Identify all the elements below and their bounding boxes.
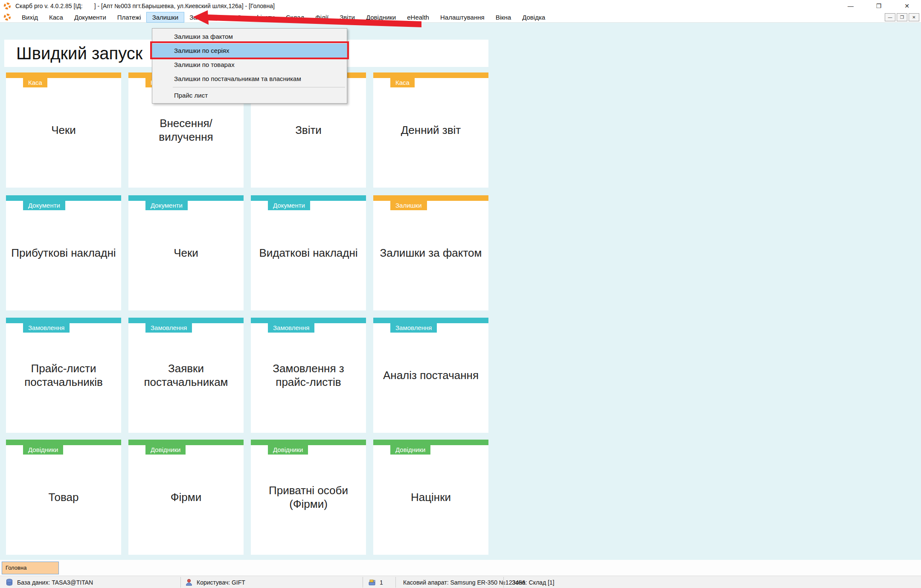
close-button[interactable]: ✕ <box>893 0 921 12</box>
mdi-window-controls: — ❐ ✕ <box>885 13 919 21</box>
status-divider <box>180 577 181 588</box>
menu-item-dovidka[interactable]: Довідка <box>517 12 551 22</box>
tile-natsinky[interactable]: Довідники Націнки <box>373 440 488 555</box>
status-zone-segment: Зона: Склад [1] <box>512 576 555 588</box>
tile-label: Аналіз постачання <box>373 318 488 433</box>
status-database-text: База даних: TASA3@TITAN <box>17 579 93 586</box>
minimize-button[interactable]: — <box>837 0 865 12</box>
tile-pryvatni-osoby[interactable]: Довідники Приватні особи (Фірми) <box>251 440 366 555</box>
tile-label: Прибуткові накладні <box>6 195 121 310</box>
tab-holovna[interactable]: Головна <box>2 562 59 574</box>
menu-item-vykhid[interactable]: Вихід <box>16 12 44 22</box>
mdi-restore-button[interactable]: ❐ <box>897 13 907 21</box>
status-cash-register-text: Касовий апарат: Samsung ER-350 №123456 <box>403 579 526 586</box>
menu-item-ehealth[interactable]: eHealth <box>401 12 435 22</box>
tile-analiz-postachannia[interactable]: Замовлення Аналіз постачання <box>373 318 488 433</box>
menu-item-sklad[interactable]: Склад <box>280 12 310 22</box>
menu-item-vikna[interactable]: Вікна <box>490 12 517 22</box>
app-logo-icon-small <box>3 13 11 21</box>
zalyshky-dropdown-menu: Залишки за фактом Залишки по серіях Зали… <box>152 28 347 104</box>
status-cash-register-segment: Касовий апарат: Samsung ER-350 №123456 <box>403 576 526 588</box>
menu-item-nalashtuvannia[interactable]: Налаштування <box>435 12 490 22</box>
menu-item-platezhi[interactable]: Платежі <box>112 12 147 22</box>
tile-label: Денний звіт <box>373 72 488 188</box>
tile-label: Заявки постачальникам <box>128 318 244 433</box>
tile-label: Видаткові накладні <box>251 195 366 310</box>
tile-label: Фірми <box>128 440 244 555</box>
dropdown-item-zalyshky-po-tovarakh[interactable]: Залишки по товарах <box>152 58 347 72</box>
status-zone-text: Зона: Склад [1] <box>512 579 555 586</box>
tile-label: Товар <box>6 440 121 555</box>
window-controls: — ❐ ✕ <box>837 0 921 12</box>
tile-vydatkovi-nakladni[interactable]: Документи Видаткові накладні <box>251 195 366 310</box>
tile-label: Залишки за фактом <box>373 195 488 310</box>
menu-item-dovidnyky[interactable]: Довідники <box>360 12 401 22</box>
menu-item-filii[interactable]: Філії <box>310 12 334 22</box>
user-icon <box>185 578 193 587</box>
menu-bar: Вихід Каса Документи Платежі Залишки Зам… <box>0 12 921 23</box>
status-user-text: Користувач: GIFT <box>197 579 245 586</box>
tile-cheky-dokumenty[interactable]: Документи Чеки <box>128 195 244 310</box>
tile-label: Чеки <box>6 72 121 188</box>
app-logo-icon <box>3 2 11 10</box>
tile-firmy[interactable]: Довідники Фірми <box>128 440 244 555</box>
cash-register-icon <box>368 578 376 587</box>
status-divider <box>503 577 504 588</box>
dropdown-separator <box>152 86 347 88</box>
tile-prybutkovi-nakladni[interactable]: Документи Прибуткові накладні <box>6 195 121 310</box>
tile-zaiavky-postachalnykam[interactable]: Замовлення Заявки постачальникам <box>128 318 244 433</box>
main-content: Швидкий запуск Каса Чеки Каса Внесення/в… <box>0 23 921 560</box>
menu-item-zalyshky[interactable]: Залишки <box>147 12 184 22</box>
tile-zalyshky-za-faktom[interactable]: Залишки Залишки за фактом <box>373 195 488 310</box>
menu-item-dokumenty[interactable]: Документи <box>69 12 112 22</box>
title-bar: Скарб pro v. 4.0.2.85 [ІД: ] - [Апт №003… <box>0 0 921 12</box>
status-bar: База даних: TASA3@TITAN Користувач: GIFT… <box>0 576 921 588</box>
status-device-segment: 1 <box>368 576 383 588</box>
menu-item-zamovlennia[interactable]: Замовлення <box>184 12 231 22</box>
menu-item-zvity[interactable]: Звіти <box>334 12 360 22</box>
dropdown-item-prais-lyst[interactable]: Прайс лист <box>152 88 347 102</box>
tile-label: Чеки <box>128 195 244 310</box>
mdi-minimize-button[interactable]: — <box>885 13 895 21</box>
database-icon <box>5 578 14 587</box>
dropdown-item-zalyshky-po-postachalnykam[interactable]: Залишки по постачальникам та власникам <box>152 72 347 86</box>
status-user-segment: Користувач: GIFT <box>185 576 245 588</box>
tile-tovar[interactable]: Довідники Товар <box>6 440 121 555</box>
page-title: Швидкий запуск <box>16 40 142 67</box>
tile-label: Замовлення з прайс-листів <box>251 318 366 433</box>
tile-label: Прайс-листи постачальників <box>6 318 121 433</box>
menu-item-sertyfikaty[interactable]: Сертифікати <box>232 12 280 22</box>
tile-dennyi-zvit[interactable]: Каса Денний звіт <box>373 72 488 188</box>
status-database-segment: База даних: TASA3@TITAN <box>5 576 93 588</box>
mdi-close-button[interactable]: ✕ <box>909 13 919 21</box>
app-window: Скарб pro v. 4.0.2.85 [ІД: ] - [Апт №003… <box>0 0 921 588</box>
status-divider <box>363 577 363 588</box>
tile-zamovlennia-z-prais-lystiv[interactable]: Замовлення Замовлення з прайс-листів <box>251 318 366 433</box>
tile-prais-lysty-postachalnykiv[interactable]: Замовлення Прайс-листи постачальників <box>6 318 121 433</box>
annotation-highlight-box <box>150 41 349 59</box>
tile-label: Націнки <box>373 440 488 555</box>
status-device-count: 1 <box>380 579 383 586</box>
menu-item-kasa[interactable]: Каса <box>44 12 69 22</box>
tab-bar: Головна <box>0 560 921 576</box>
window-title: Скарб pro v. 4.0.2.85 [ІД: ] - [Апт №003… <box>15 3 275 9</box>
tile-label: Приватні особи (Фірми) <box>251 440 366 555</box>
status-divider <box>395 577 396 588</box>
tile-cheky-kasa[interactable]: Каса Чеки <box>6 72 121 188</box>
maximize-button[interactable]: ❐ <box>865 0 893 12</box>
